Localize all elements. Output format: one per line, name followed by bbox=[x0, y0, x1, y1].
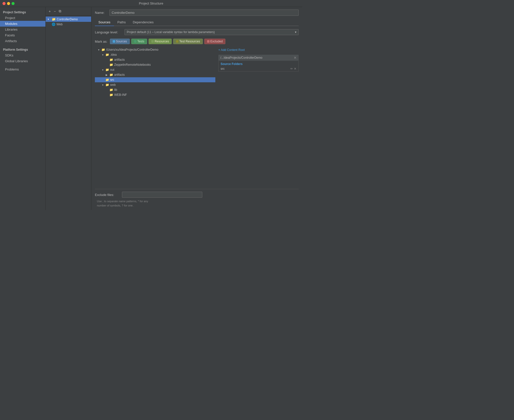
folder-orange-icon: 📁 bbox=[109, 73, 113, 77]
file-label-web: web bbox=[110, 83, 116, 87]
minimize-button[interactable] bbox=[7, 2, 10, 5]
source-folders-title: Source Folders bbox=[219, 61, 298, 66]
folder-icon: 📁 bbox=[109, 93, 113, 97]
source-folder-label: src bbox=[221, 67, 225, 71]
window-title: Project Structure bbox=[139, 2, 163, 5]
mark-excluded-button[interactable]: Excluded bbox=[204, 39, 225, 44]
chevron-icon: ▾ bbox=[101, 53, 104, 56]
file-tree-row-out-artifacts[interactable]: ▶ 📁 artifacts bbox=[95, 72, 215, 77]
file-label-zeppelin: ZeppelinRemoteNotebooks bbox=[114, 63, 151, 66]
platform-settings-section-title: Platform Settings bbox=[0, 46, 45, 52]
close-button[interactable] bbox=[3, 2, 6, 5]
file-tree-row-webinf[interactable]: 📁 WEB-INF bbox=[95, 92, 215, 97]
sidebar-item-sdks[interactable]: SDKs bbox=[0, 52, 45, 58]
file-label-artifacts1: artifacts bbox=[114, 58, 125, 61]
content-area: Name: Sources Paths Dependencies Languag… bbox=[91, 7, 302, 210]
name-label: Name: bbox=[95, 11, 107, 15]
file-path-root: /Users/xu/IdeaProjects/ControllerDemo bbox=[106, 48, 158, 51]
content-root-close-icon[interactable]: ✕ bbox=[294, 56, 297, 60]
folder-blue-icon: 📁 bbox=[105, 78, 109, 82]
module-tree-panel: + − ⧉ ▾ 📁 ControllerDemo 🌐 Web bbox=[46, 7, 91, 210]
folder-icon: 📁 bbox=[109, 63, 113, 66]
mark-label: Mark as: bbox=[95, 40, 107, 43]
module-tree-item-web[interactable]: 🌐 Web bbox=[46, 22, 91, 27]
lang-value: Project default (11 – Local variable syn… bbox=[127, 30, 215, 34]
file-label-out: out bbox=[110, 68, 114, 72]
file-tree-row-zeppelin[interactable]: 📁 ZeppelinRemoteNotebooks bbox=[95, 62, 215, 67]
module-web-label: Web bbox=[56, 23, 62, 26]
chevron-icon: ▾ bbox=[101, 84, 104, 86]
chevron-down-icon: ▾ bbox=[295, 30, 296, 34]
module-name: ControllerDemo bbox=[57, 18, 78, 21]
folder-icon: 📁 bbox=[105, 68, 109, 72]
sidebar-item-libraries[interactable]: Libraries bbox=[0, 27, 45, 32]
folder-icon: 📁 bbox=[109, 88, 113, 92]
add-content-root-button[interactable]: + Add Content Root bbox=[218, 47, 299, 53]
chevron-icon: ▾ bbox=[101, 68, 104, 71]
file-label-webinf: WEB-INF bbox=[114, 93, 127, 97]
content-root-title: /...IdeaProjects/ControllerDemo bbox=[220, 56, 262, 59]
source-folder-remove-icon[interactable]: ✕ bbox=[294, 67, 296, 71]
lang-label: Language level: bbox=[95, 30, 122, 34]
folder-icon: 📁 bbox=[105, 53, 109, 56]
copy-module-button[interactable]: ⧉ bbox=[58, 9, 62, 14]
web-icon: 🌐 bbox=[52, 23, 55, 26]
excluded-color-icon bbox=[207, 40, 210, 43]
module-tree-item-controllerdemo[interactable]: ▾ 📁 ControllerDemo bbox=[46, 17, 91, 22]
exclude-input[interactable] bbox=[122, 192, 202, 198]
file-label-src: src bbox=[110, 78, 114, 82]
remove-module-button[interactable]: − bbox=[53, 9, 57, 14]
tab-paths[interactable]: Paths bbox=[114, 19, 129, 26]
source-folder-item-src: src ✏ ✕ bbox=[219, 66, 298, 71]
mark-tests-button[interactable]: Tests bbox=[131, 39, 147, 44]
file-tree-row-idea-artifacts[interactable]: 📁 artifacts bbox=[95, 57, 215, 62]
file-label-idea: .idea bbox=[110, 53, 117, 56]
tab-dependencies[interactable]: Dependencies bbox=[129, 19, 157, 26]
tab-sources[interactable]: Sources bbox=[95, 19, 114, 26]
exclude-hint: Use ; to separate name patterns, * for a… bbox=[95, 199, 299, 207]
folder-icon: 📁 bbox=[109, 58, 113, 61]
sidebar-item-problems[interactable]: Problems bbox=[0, 66, 45, 72]
project-settings-section-title: Project Settings bbox=[0, 9, 45, 15]
folder-icon: 📁 bbox=[101, 48, 105, 51]
file-label-lib: lib bbox=[114, 88, 117, 92]
sources-color-icon bbox=[113, 40, 115, 43]
mark-test-resources-button[interactable]: Test Resources bbox=[173, 39, 203, 44]
chevron-icon: ▾ bbox=[97, 48, 100, 51]
sidebar-item-facets[interactable]: Facets bbox=[0, 32, 45, 38]
folder-icon: 📁 bbox=[105, 83, 109, 87]
maximize-button[interactable] bbox=[12, 2, 15, 5]
lang-select[interactable]: Project default (11 – Local variable syn… bbox=[124, 29, 299, 35]
mark-resources-button[interactable]: Resources bbox=[149, 39, 172, 44]
sidebar-item-artifacts[interactable]: Artifacts bbox=[0, 38, 45, 44]
chevron-right-icon: ▶ bbox=[105, 74, 108, 76]
tabs-bar: Sources Paths Dependencies bbox=[95, 19, 299, 26]
file-tree: ▾ 📁 /Users/xu/IdeaProjects/ControllerDem… bbox=[95, 47, 215, 189]
folder-blue-icon: 📁 bbox=[52, 17, 56, 21]
mark-sources-button[interactable]: Sources bbox=[110, 39, 130, 44]
file-label-artifacts2: artifacts bbox=[114, 73, 125, 77]
resources-color-icon bbox=[151, 40, 154, 43]
chevron-down-icon: ▾ bbox=[48, 18, 51, 21]
sidebar: Project Settings Project Modules Librari… bbox=[0, 7, 46, 210]
sidebar-item-global-libraries[interactable]: Global Libraries bbox=[0, 58, 45, 64]
title-bar: Project Structure bbox=[0, 0, 302, 7]
test-resources-color-icon bbox=[176, 40, 178, 43]
tests-color-icon bbox=[134, 40, 137, 43]
file-tree-row-web[interactable]: ▾ 📁 web bbox=[95, 82, 215, 87]
file-tree-row-out[interactable]: ▾ 📁 out bbox=[95, 67, 215, 72]
right-panel: + Add Content Root /...IdeaProjects/Cont… bbox=[218, 47, 299, 189]
exclude-label: Exclude files: bbox=[95, 193, 120, 197]
source-folder-edit-icon[interactable]: ✏ bbox=[290, 67, 293, 71]
add-module-button[interactable]: + bbox=[48, 9, 52, 14]
file-tree-row-src[interactable]: 📁 src bbox=[95, 77, 215, 82]
name-input[interactable] bbox=[109, 10, 299, 16]
file-tree-row-lib[interactable]: 📁 lib bbox=[95, 87, 215, 92]
sidebar-item-project[interactable]: Project bbox=[0, 15, 45, 21]
sidebar-item-modules[interactable]: Modules bbox=[0, 21, 45, 27]
file-tree-row-root[interactable]: ▾ 📁 /Users/xu/IdeaProjects/ControllerDem… bbox=[95, 47, 215, 52]
file-tree-row-idea[interactable]: ▾ 📁 .idea bbox=[95, 52, 215, 57]
